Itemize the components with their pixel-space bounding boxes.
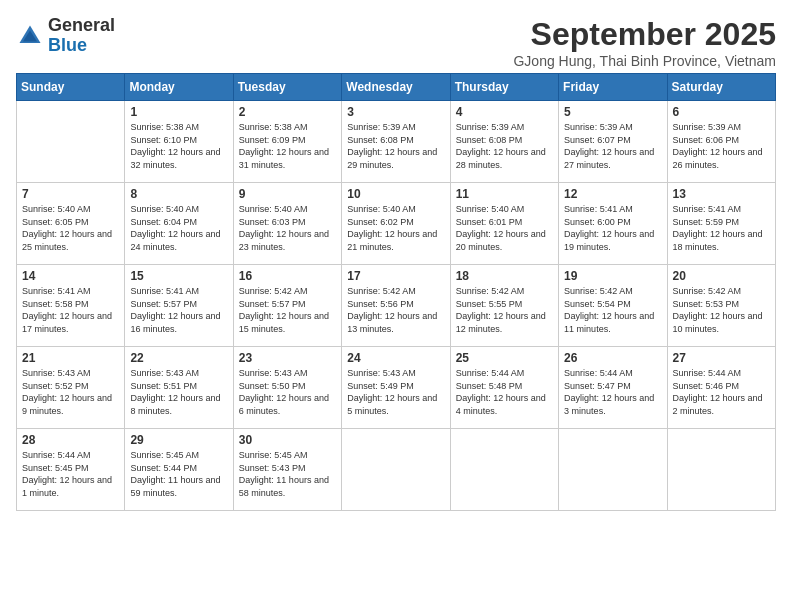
day-number: 25 — [456, 351, 553, 365]
day-cell: 18Sunrise: 5:42 AMSunset: 5:55 PMDayligh… — [450, 265, 558, 347]
day-number: 1 — [130, 105, 227, 119]
day-cell: 6Sunrise: 5:39 AMSunset: 6:06 PMDaylight… — [667, 101, 775, 183]
day-number: 24 — [347, 351, 444, 365]
day-info: Sunrise: 5:45 AMSunset: 5:44 PMDaylight:… — [130, 449, 227, 499]
day-cell: 11Sunrise: 5:40 AMSunset: 6:01 PMDayligh… — [450, 183, 558, 265]
day-number: 19 — [564, 269, 661, 283]
day-cell: 15Sunrise: 5:41 AMSunset: 5:57 PMDayligh… — [125, 265, 233, 347]
column-header-monday: Monday — [125, 74, 233, 101]
day-number: 26 — [564, 351, 661, 365]
day-cell: 19Sunrise: 5:42 AMSunset: 5:54 PMDayligh… — [559, 265, 667, 347]
day-info: Sunrise: 5:42 AMSunset: 5:56 PMDaylight:… — [347, 285, 444, 335]
day-cell — [450, 429, 558, 511]
day-cell: 8Sunrise: 5:40 AMSunset: 6:04 PMDaylight… — [125, 183, 233, 265]
day-info: Sunrise: 5:41 AMSunset: 5:57 PMDaylight:… — [130, 285, 227, 335]
week-row-5: 28Sunrise: 5:44 AMSunset: 5:45 PMDayligh… — [17, 429, 776, 511]
day-number: 16 — [239, 269, 336, 283]
day-number: 14 — [22, 269, 119, 283]
day-cell: 22Sunrise: 5:43 AMSunset: 5:51 PMDayligh… — [125, 347, 233, 429]
day-cell: 4Sunrise: 5:39 AMSunset: 6:08 PMDaylight… — [450, 101, 558, 183]
day-number: 8 — [130, 187, 227, 201]
day-info: Sunrise: 5:41 AMSunset: 5:59 PMDaylight:… — [673, 203, 770, 253]
day-cell: 3Sunrise: 5:39 AMSunset: 6:08 PMDaylight… — [342, 101, 450, 183]
day-number: 20 — [673, 269, 770, 283]
page-header: General Blue September 2025 GJong Hung, … — [16, 16, 776, 69]
day-cell: 27Sunrise: 5:44 AMSunset: 5:46 PMDayligh… — [667, 347, 775, 429]
day-number: 5 — [564, 105, 661, 119]
day-info: Sunrise: 5:40 AMSunset: 6:05 PMDaylight:… — [22, 203, 119, 253]
day-cell: 21Sunrise: 5:43 AMSunset: 5:52 PMDayligh… — [17, 347, 125, 429]
day-number: 13 — [673, 187, 770, 201]
day-number: 7 — [22, 187, 119, 201]
week-row-2: 7Sunrise: 5:40 AMSunset: 6:05 PMDaylight… — [17, 183, 776, 265]
day-cell: 30Sunrise: 5:45 AMSunset: 5:43 PMDayligh… — [233, 429, 341, 511]
day-number: 4 — [456, 105, 553, 119]
day-info: Sunrise: 5:42 AMSunset: 5:55 PMDaylight:… — [456, 285, 553, 335]
day-info: Sunrise: 5:42 AMSunset: 5:54 PMDaylight:… — [564, 285, 661, 335]
day-info: Sunrise: 5:43 AMSunset: 5:50 PMDaylight:… — [239, 367, 336, 417]
column-header-thursday: Thursday — [450, 74, 558, 101]
day-info: Sunrise: 5:45 AMSunset: 5:43 PMDaylight:… — [239, 449, 336, 499]
day-info: Sunrise: 5:39 AMSunset: 6:07 PMDaylight:… — [564, 121, 661, 171]
day-number: 28 — [22, 433, 119, 447]
calendar-table: SundayMondayTuesdayWednesdayThursdayFrid… — [16, 73, 776, 511]
day-number: 18 — [456, 269, 553, 283]
day-info: Sunrise: 5:41 AMSunset: 6:00 PMDaylight:… — [564, 203, 661, 253]
day-cell: 17Sunrise: 5:42 AMSunset: 5:56 PMDayligh… — [342, 265, 450, 347]
day-number: 10 — [347, 187, 444, 201]
day-number: 21 — [22, 351, 119, 365]
day-info: Sunrise: 5:43 AMSunset: 5:49 PMDaylight:… — [347, 367, 444, 417]
day-cell: 16Sunrise: 5:42 AMSunset: 5:57 PMDayligh… — [233, 265, 341, 347]
title-block: September 2025 GJong Hung, Thai Binh Pro… — [513, 16, 776, 69]
day-cell — [17, 101, 125, 183]
logo-icon — [16, 22, 44, 50]
column-header-wednesday: Wednesday — [342, 74, 450, 101]
day-number: 17 — [347, 269, 444, 283]
day-cell: 24Sunrise: 5:43 AMSunset: 5:49 PMDayligh… — [342, 347, 450, 429]
day-cell: 25Sunrise: 5:44 AMSunset: 5:48 PMDayligh… — [450, 347, 558, 429]
logo: General Blue — [16, 16, 115, 56]
day-info: Sunrise: 5:38 AMSunset: 6:09 PMDaylight:… — [239, 121, 336, 171]
day-cell: 2Sunrise: 5:38 AMSunset: 6:09 PMDaylight… — [233, 101, 341, 183]
day-number: 9 — [239, 187, 336, 201]
day-info: Sunrise: 5:42 AMSunset: 5:57 PMDaylight:… — [239, 285, 336, 335]
day-info: Sunrise: 5:44 AMSunset: 5:48 PMDaylight:… — [456, 367, 553, 417]
location-subtitle: GJong Hung, Thai Binh Province, Vietnam — [513, 53, 776, 69]
day-cell: 7Sunrise: 5:40 AMSunset: 6:05 PMDaylight… — [17, 183, 125, 265]
day-cell: 1Sunrise: 5:38 AMSunset: 6:10 PMDaylight… — [125, 101, 233, 183]
day-number: 22 — [130, 351, 227, 365]
day-number: 6 — [673, 105, 770, 119]
logo-text: General Blue — [48, 16, 115, 56]
day-number: 15 — [130, 269, 227, 283]
day-number: 11 — [456, 187, 553, 201]
day-cell: 14Sunrise: 5:41 AMSunset: 5:58 PMDayligh… — [17, 265, 125, 347]
week-row-1: 1Sunrise: 5:38 AMSunset: 6:10 PMDaylight… — [17, 101, 776, 183]
week-row-4: 21Sunrise: 5:43 AMSunset: 5:52 PMDayligh… — [17, 347, 776, 429]
day-number: 27 — [673, 351, 770, 365]
day-number: 3 — [347, 105, 444, 119]
day-number: 30 — [239, 433, 336, 447]
day-info: Sunrise: 5:39 AMSunset: 6:06 PMDaylight:… — [673, 121, 770, 171]
column-header-sunday: Sunday — [17, 74, 125, 101]
day-info: Sunrise: 5:43 AMSunset: 5:51 PMDaylight:… — [130, 367, 227, 417]
day-info: Sunrise: 5:44 AMSunset: 5:47 PMDaylight:… — [564, 367, 661, 417]
day-number: 12 — [564, 187, 661, 201]
column-header-saturday: Saturday — [667, 74, 775, 101]
day-cell: 5Sunrise: 5:39 AMSunset: 6:07 PMDaylight… — [559, 101, 667, 183]
week-row-3: 14Sunrise: 5:41 AMSunset: 5:58 PMDayligh… — [17, 265, 776, 347]
day-info: Sunrise: 5:43 AMSunset: 5:52 PMDaylight:… — [22, 367, 119, 417]
day-cell: 26Sunrise: 5:44 AMSunset: 5:47 PMDayligh… — [559, 347, 667, 429]
day-info: Sunrise: 5:39 AMSunset: 6:08 PMDaylight:… — [347, 121, 444, 171]
month-title: September 2025 — [513, 16, 776, 53]
day-number: 2 — [239, 105, 336, 119]
day-info: Sunrise: 5:41 AMSunset: 5:58 PMDaylight:… — [22, 285, 119, 335]
day-number: 23 — [239, 351, 336, 365]
day-cell — [559, 429, 667, 511]
day-cell: 13Sunrise: 5:41 AMSunset: 5:59 PMDayligh… — [667, 183, 775, 265]
day-info: Sunrise: 5:40 AMSunset: 6:03 PMDaylight:… — [239, 203, 336, 253]
day-cell: 28Sunrise: 5:44 AMSunset: 5:45 PMDayligh… — [17, 429, 125, 511]
header-row: SundayMondayTuesdayWednesdayThursdayFrid… — [17, 74, 776, 101]
day-info: Sunrise: 5:44 AMSunset: 5:46 PMDaylight:… — [673, 367, 770, 417]
day-cell: 12Sunrise: 5:41 AMSunset: 6:00 PMDayligh… — [559, 183, 667, 265]
day-cell: 23Sunrise: 5:43 AMSunset: 5:50 PMDayligh… — [233, 347, 341, 429]
